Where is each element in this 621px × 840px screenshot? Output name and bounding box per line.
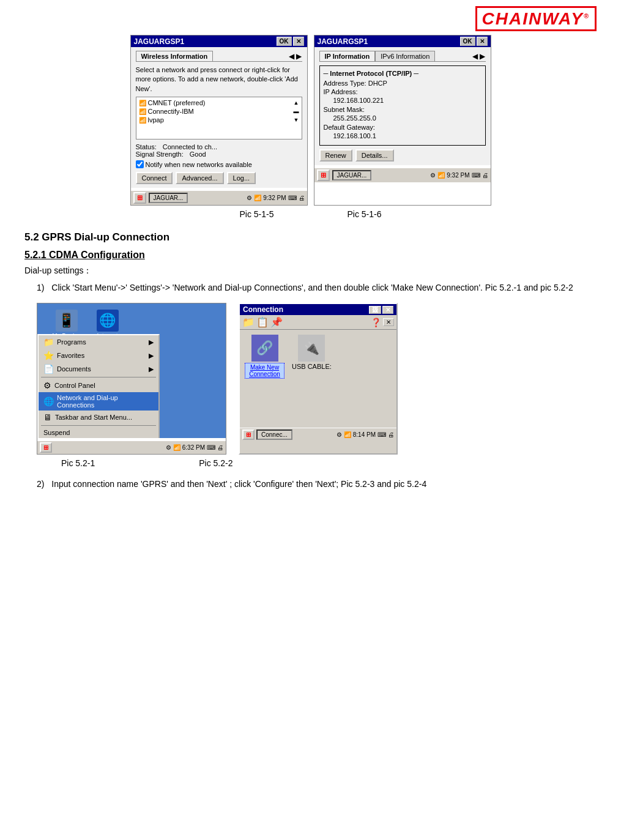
make-new-label[interactable]: Make New Connection [245, 363, 284, 379]
steps-list-2: 2) Input connection name 'GPRS' and then… [37, 478, 597, 491]
win-content-right: IP Information IPv6 Information ◀ ▶ ─ In… [314, 47, 491, 165]
steps-list: 1) Click 'Start Menu'->' Settings'-> 'Ne… [37, 281, 597, 294]
tab-bar-left: Wireless Information ◀ ▶ [136, 51, 302, 62]
network-item-connectify[interactable]: 📶 Connectify-IBM ▬ [138, 107, 300, 116]
usb-cable: 🔌 USB CABLE: [292, 335, 332, 370]
usb-label: USB CABLE: [292, 363, 332, 370]
programs-icon: 📁 [43, 337, 54, 347]
win-buttons-left[interactable]: OK ✕ [277, 37, 304, 46]
menu-control-panel[interactable]: ⚙ Control Panel [39, 379, 158, 392]
conn-taskbar-icons: ⚙ 📶 8:14 PM ⌨ 🖨 [337, 431, 394, 438]
logo: CHAINWAY® [475, 9, 597, 29]
usb-icon: 🔌 [298, 335, 325, 362]
taskbar-left: ⊞ JAGUAR... ⚙ 📶 9:32 PM ⌨ 🖨 [131, 190, 307, 205]
menu-favorites[interactable]: ⭐ Favorites ▶ [39, 349, 158, 362]
conn-content: 🔗 Make New Connection 🔌 USB CABLE: [240, 330, 396, 428]
taskbar-item-left[interactable]: JAGUAR... [149, 193, 188, 203]
tab-wireless[interactable]: Wireless Information [136, 51, 214, 61]
network-item-cmnet[interactable]: 📶 CMNET (preferred) ▲ [138, 98, 300, 107]
step-2-text: Input connection name 'GPRS' and then 'N… [51, 479, 426, 489]
caption-5-1-6: Pic 5-1-6 [348, 209, 382, 219]
win-titlebar-right: JAGUARGSP1 OK ✕ [314, 35, 491, 47]
start-btn-left[interactable]: ⊞ [133, 192, 146, 204]
conn-toolbar: 📁 📋 📌 ❓ ✕ [240, 315, 396, 330]
pic-5-1-6: JAGUARGSP1 OK ✕ IP Information IPv6 Info… [314, 35, 491, 206]
win-title-right: JAGUARGSP1 [318, 37, 368, 46]
menu-divider-1 [41, 377, 156, 377]
header: CHAINWAY® [24, 6, 597, 35]
menu-taskbar[interactable]: 🖥 Taskbar and Start Menu... [39, 411, 158, 424]
start-btn-right[interactable]: ⊞ [317, 169, 330, 181]
make-new-connection[interactable]: 🔗 Make New Connection [245, 335, 284, 379]
network-item-lvpap[interactable]: 📶 lvpap ▼ [138, 116, 300, 124]
ip-label: IP Address: [324, 88, 358, 95]
tab-nav-left: ◀ ▶ [289, 51, 302, 61]
desktop-background: 📱 My Device 🌐 Internet Explorer ♻️ Recyc… [37, 303, 226, 438]
instruction-text: Select a network and press connect or ri… [136, 65, 302, 94]
menu-programs[interactable]: 📁 Programs ▶ [39, 335, 158, 349]
ok-btn-right[interactable]: OK [460, 37, 475, 46]
button-row-right: Renew Details... [319, 149, 486, 162]
copy-icon: 📋 [256, 316, 269, 328]
ip-section: ─ Internet Protocol (TCP/IP) ─ Address T… [319, 65, 486, 146]
help-icon: ❓ [371, 318, 381, 327]
tab-ip[interactable]: IP Information [319, 51, 376, 61]
win-buttons-right[interactable]: OK ✕ [460, 37, 488, 46]
conn-toolbar-btn[interactable]: 🖼 [369, 306, 381, 314]
signal-value: Good [190, 151, 206, 158]
connect-btn[interactable]: Connect [136, 172, 173, 184]
gateway-label: Default Gateway: [324, 124, 375, 131]
pic-5-1-5: JAGUARGSP1 OK ✕ Wireless Information ◀ ▶… [130, 35, 308, 206]
close-btn-left[interactable]: ✕ [293, 37, 304, 46]
menu-network-connections[interactable]: 🌐 Network and Dial-up Connections [39, 392, 158, 411]
conn-taskbar: ⊞ Connec... ⚙ 📶 8:14 PM ⌨ 🖨 [240, 428, 396, 441]
conn-close-btn[interactable]: ✕ [383, 318, 394, 326]
ip-label-row: IP Address: [324, 88, 482, 95]
gateway-value: 192.168.100.1 [324, 132, 482, 139]
desktop-taskbar: ⊞ ⚙ 📶 6:32 PM ⌨ 🖨 [37, 440, 226, 454]
taskbar-icons-left: ⚙ 📶 9:32 PM ⌨ 🖨 [247, 195, 304, 201]
caption-5-1-5: Pic 5-1-5 [239, 209, 273, 219]
ip-value: 192.168.100.221 [324, 97, 482, 104]
subnet-value: 255.255.255.0 [324, 114, 482, 122]
logo-text: CHAINWAY® [475, 6, 597, 31]
status-row: Status: Connected to ch... [136, 143, 302, 151]
renew-btn[interactable]: Renew [319, 149, 352, 162]
addr-type-row: Address Type: DHCP [324, 80, 482, 87]
step-2: 2) Input connection name 'GPRS' and then… [37, 478, 597, 491]
menu-suspend[interactable]: Suspend [39, 427, 158, 438]
menu-documents[interactable]: 📄 Documents ▶ [39, 362, 158, 376]
section-5-2-1-heading: 5.2.1 CDMA Configuration [24, 250, 597, 261]
conn-minimize-btn[interactable]: ✕ [382, 306, 393, 314]
documents-icon: 📄 [43, 364, 54, 374]
tab-ipv6[interactable]: IPv6 Information [375, 51, 435, 61]
subnet-label: Subnet Mask: [324, 106, 365, 113]
caption-5-2-2: Pic 5.2-2 [199, 458, 232, 468]
notify-row: Notify when new networks available [136, 160, 302, 168]
taskbar-right: ⊞ JAGUAR... ⚙ 📶 9:32 PM ⌨ 🖨 [314, 168, 491, 182]
conn-start-btn[interactable]: ⊞ [242, 429, 255, 440]
ok-btn-left[interactable]: OK [277, 37, 292, 46]
log-btn[interactable]: Log... [227, 172, 256, 184]
conn-title-buttons[interactable]: 🖼 ✕ [369, 306, 393, 314]
start-menu: 📁 Programs ▶ ⭐ Favorites ▶ 📄 Documents ▶… [37, 334, 160, 438]
close-btn-right[interactable]: ✕ [477, 37, 488, 46]
win-content-left: Wireless Information ◀ ▶ Select a networ… [131, 47, 307, 188]
notify-label: Notify when new networks available [146, 161, 252, 168]
conn-taskbar-item[interactable]: Connec... [256, 429, 292, 440]
notify-checkbox[interactable] [136, 160, 144, 168]
favorites-icon: ⭐ [43, 351, 54, 360]
advanced-btn[interactable]: Advanced... [176, 172, 223, 184]
addr-type-label: Address Type: [324, 80, 366, 87]
captions-row-2: Pic 5.2-1 Pic 5.2-2 [61, 458, 597, 468]
desktop-taskbar-icons: ⚙ 📶 6:32 PM ⌨ 🖨 [166, 444, 223, 451]
addr-type-value: DHCP [368, 80, 387, 87]
step-1-text: Click 'Start Menu'->' Settings'-> 'Netwo… [51, 283, 573, 292]
paste-icon: 📌 [270, 316, 283, 328]
captions-row-1: Pic 5-1-5 Pic 5-1-6 [24, 209, 597, 219]
details-btn[interactable]: Details... [355, 149, 394, 162]
desktop-start-btn[interactable]: ⊞ [40, 442, 52, 453]
control-panel-icon: ⚙ [43, 381, 51, 390]
tab-nav-right: ◀ ▶ [472, 51, 485, 61]
taskbar-item-right[interactable]: JAGUAR... [332, 170, 372, 180]
